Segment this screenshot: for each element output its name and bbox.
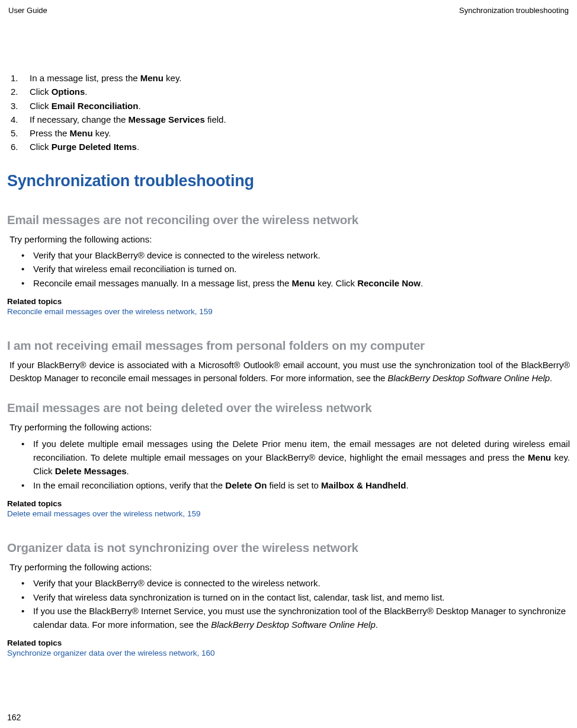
subsection-heading: Email messages are not being deleted ove… — [7, 401, 570, 415]
step-text: If necessary, change the Message Service… — [30, 113, 226, 126]
header-left: User Guide — [8, 6, 47, 15]
subsection-heading: I am not receiving email messages from p… — [7, 339, 570, 353]
step-number: 4. — [11, 113, 30, 126]
related-topics-link[interactable]: Reconcile email messages over the wirele… — [7, 307, 570, 316]
page-number: 162 — [7, 713, 21, 722]
list-item: •Verify that your BlackBerry® device is … — [9, 248, 570, 262]
bullet-icon: • — [21, 276, 33, 290]
list-item: •In the email reconciliation options, ve… — [9, 478, 570, 492]
bullet-text: Verify that wireless email reconciliatio… — [33, 262, 237, 276]
step-item: 6. Click Purge Deleted Items. — [11, 140, 570, 154]
step-number: 6. — [11, 140, 30, 154]
step-text: Click Options. — [30, 85, 88, 98]
step-item: 1. In a message list, press the Menu key… — [11, 71, 570, 85]
list-item: •Reconcile email messages manually. In a… — [9, 276, 570, 290]
related-topics-link[interactable]: Delete email messages over the wireless … — [7, 509, 570, 518]
bullet-text: If you use the BlackBerry® Internet Serv… — [33, 604, 570, 632]
bullet-icon: • — [21, 576, 33, 590]
step-item: 2. Click Options. — [11, 85, 570, 98]
bullet-text: If you delete multiple email messages us… — [33, 437, 570, 478]
step-text: Click Email Reconciliation. — [30, 99, 141, 113]
step-text: Click Purge Deleted Items. — [30, 140, 139, 154]
bullet-list: •Verify that your BlackBerry® device is … — [9, 576, 570, 631]
step-item: 4. If necessary, change the Message Serv… — [11, 113, 570, 126]
section-heading: Synchronization troubleshooting — [7, 172, 570, 190]
bullet-text: Reconcile email messages manually. In a … — [33, 276, 423, 290]
list-item: •Verify that wireless email reconciliati… — [9, 262, 570, 276]
bullet-icon: • — [21, 478, 33, 492]
bullet-icon: • — [21, 590, 33, 604]
bullet-text: Verify that your BlackBerry® device is c… — [33, 576, 320, 590]
related-topics-label: Related topics — [7, 638, 570, 647]
header-right: Synchronization troubleshooting — [459, 6, 569, 15]
bullet-icon: • — [21, 604, 33, 632]
list-item: •Verify that wireless data synchronizati… — [9, 590, 570, 604]
list-item: •If you delete multiple email messages u… — [9, 437, 570, 478]
subsection-heading: Email messages are not reconciling over … — [7, 213, 570, 227]
bullet-list: •If you delete multiple email messages u… — [9, 437, 570, 492]
step-number: 3. — [11, 99, 30, 113]
list-item: •If you use the BlackBerry® Internet Ser… — [9, 604, 570, 632]
related-topics-label: Related topics — [7, 499, 570, 508]
bullet-icon: • — [21, 437, 33, 478]
step-number: 5. — [11, 126, 30, 140]
related-topics-label: Related topics — [7, 297, 570, 306]
bullet-list: •Verify that your BlackBerry® device is … — [9, 248, 570, 290]
intro-text: Try performing the following actions: — [9, 421, 570, 435]
subsection-heading: Organizer data is not synchronizing over… — [7, 541, 570, 555]
bullet-icon: • — [21, 262, 33, 276]
section-paragraph: If your BlackBerry® device is associated… — [9, 359, 570, 385]
bullet-text: In the email reconciliation options, ver… — [33, 478, 409, 492]
related-topics-link[interactable]: Synchronize organizer data over the wire… — [7, 649, 570, 657]
bullet-text: Verify that your BlackBerry® device is c… — [33, 248, 320, 262]
list-item: •Verify that your BlackBerry® device is … — [9, 576, 570, 590]
step-item: 3. Click Email Reconciliation. — [11, 99, 570, 113]
content-area: 1. In a message list, press the Menu key… — [7, 15, 570, 657]
running-header: User Guide Synchronization troubleshooti… — [7, 6, 570, 15]
bullet-icon: • — [21, 248, 33, 262]
step-text: In a message list, press the Menu key. — [30, 71, 182, 85]
intro-text: Try performing the following actions: — [9, 561, 570, 574]
step-text: Press the Menu key. — [30, 126, 111, 140]
step-number: 1. — [11, 71, 30, 85]
step-item: 5. Press the Menu key. — [11, 126, 570, 140]
numbered-steps: 1. In a message list, press the Menu key… — [7, 71, 570, 154]
step-number: 2. — [11, 85, 30, 98]
page: User Guide Synchronization troubleshooti… — [0, 0, 577, 728]
bullet-text: Verify that wireless data synchronizatio… — [33, 590, 445, 604]
intro-text: Try performing the following actions: — [9, 233, 570, 247]
